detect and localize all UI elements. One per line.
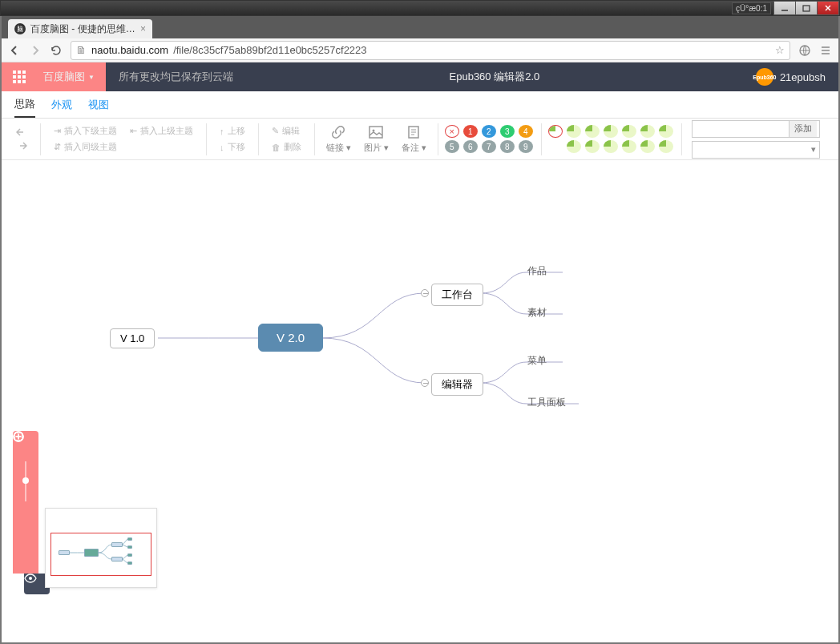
collapse-toggle[interactable] [421, 379, 429, 387]
star-icon[interactable]: ☆ [775, 44, 785, 56]
priority-7[interactable]: 7 [482, 140, 496, 153]
priority-6[interactable]: 6 [463, 140, 478, 153]
resource-select[interactable]: ▾ [692, 141, 820, 159]
globe-icon[interactable] [798, 44, 811, 57]
save-status: 所有更改均已保存到云端 [106, 70, 246, 84]
progress-12[interactable] [659, 140, 673, 153]
insert-parent-button[interactable]: ⇤ 插入上级主题 [127, 124, 196, 138]
favicon-icon: 脑 [14, 23, 26, 34]
minimap[interactable] [45, 508, 157, 588]
minimize-button[interactable] [773, 1, 796, 15]
redo-button[interactable] [13, 140, 30, 151]
note-button[interactable]: 备注 ▾ [397, 124, 431, 154]
app-header: 百度脑图 ▼ 所有更改均已保存到云端 Epub360 编辑器2.0 Epub36… [2, 62, 838, 91]
brand-menu[interactable]: 百度脑图 ▼ [37, 62, 106, 91]
link-button[interactable]: 链接 ▾ [321, 124, 356, 154]
progress-8[interactable] [585, 140, 600, 153]
document-title[interactable]: Epub360 编辑器2.0 [246, 70, 743, 84]
page-icon: 🗎 [76, 44, 87, 56]
undo-button[interactable] [13, 127, 30, 138]
user-avatar-icon: Epub360 [756, 68, 773, 86]
edit-button[interactable]: ✎ 编辑 [269, 124, 305, 138]
tab-idea[interactable]: 思路 [14, 91, 35, 118]
back-button[interactable] [8, 44, 21, 57]
window-titlebar: çŪ°æ0:1 [0, 0, 840, 16]
priority-2[interactable]: 2 [482, 125, 496, 138]
leaf-toolpanel[interactable]: 工具面板 [527, 396, 566, 409]
progress-6[interactable] [659, 125, 673, 138]
move-down-button[interactable]: ↓ 下移 [216, 140, 248, 154]
node-root[interactable]: V 2.0 [258, 324, 323, 352]
close-button[interactable] [817, 1, 839, 15]
progress-11[interactable] [640, 140, 655, 153]
node-workspace[interactable]: 工作台 [431, 284, 483, 306]
mindmap-canvas[interactable]: V 1.0 V 2.0 工作台 编辑器 作品 素材 菜单 工具面板 [2, 160, 838, 609]
leaf-assets[interactable]: 素材 [527, 306, 547, 320]
image-button[interactable]: 图片 ▾ [359, 124, 394, 154]
node-editor[interactable]: 编辑器 [431, 373, 483, 396]
node-v1[interactable]: V 1.0 [110, 328, 155, 348]
progress-3[interactable] [604, 125, 618, 138]
priority-5[interactable]: 5 [445, 140, 459, 153]
svg-point-20 [18, 436, 20, 438]
priority-1[interactable]: 1 [463, 125, 478, 138]
priority-9[interactable]: 9 [519, 140, 533, 153]
progress-4[interactable] [622, 125, 636, 138]
delete-button[interactable]: 🗑 删除 [269, 140, 305, 154]
forward-button[interactable] [29, 44, 42, 57]
priority-8[interactable]: 8 [500, 140, 515, 153]
address-bar[interactable]: 🗎 naotu.baidu.com/file/8c35cf75ab89bf2d1… [71, 41, 790, 60]
brand-label: 百度脑图 [43, 70, 85, 84]
resource-input[interactable] [693, 121, 789, 137]
svg-rect-8 [370, 127, 382, 138]
svg-point-9 [373, 130, 375, 132]
progress-5[interactable] [640, 125, 655, 138]
browser-tab-strip: 脑 百度脑图 - 便捷的思维工... × [2, 16, 838, 38]
progress-clear[interactable] [548, 125, 563, 138]
maximize-button[interactable] [795, 1, 818, 15]
menu-icon[interactable] [819, 44, 832, 57]
tab-appearance[interactable]: 外观 [51, 91, 72, 118]
browser-toolbar: 🗎 naotu.baidu.com/file/8c35cf75ab89bf2d1… [2, 38, 838, 62]
browser-tab[interactable]: 脑 百度脑图 - 便捷的思维工... × [8, 19, 152, 38]
priority-palette: × 1 2 3 4 5 6 7 8 9 [445, 125, 535, 153]
zoom-panel [13, 431, 38, 574]
add-button[interactable]: 添加 [789, 121, 817, 137]
svg-point-21 [29, 577, 32, 580]
close-tab-icon[interactable]: × [140, 23, 146, 34]
chevron-down-icon: ▼ [88, 74, 95, 81]
move-up-button[interactable]: ↑ 上移 [216, 124, 248, 138]
progress-1[interactable] [567, 125, 581, 138]
zoom-out-button[interactable] [18, 509, 34, 525]
ribbon-tabs: 思路 外观 视图 [2, 91, 838, 119]
tab-title: 百度脑图 - 便捷的思维工... [30, 22, 135, 36]
toolbar: ⇥ 插入下级主题 ⇤ 插入上级主题 ⇵ 插入同级主题 ↑ 上移 ↓ 下移 ✎ 编… [2, 119, 838, 160]
svg-rect-1 [803, 6, 810, 11]
url-path: /file/8c35cf75ab89bf2d11e0bc5257cf2223 [173, 44, 366, 56]
progress-2[interactable] [585, 125, 600, 138]
username: 21epubsh [780, 71, 826, 83]
progress-palette [548, 125, 675, 153]
insert-child-button[interactable]: ⇥ 插入下级主题 [50, 124, 120, 138]
apps-grid-button[interactable] [2, 62, 37, 91]
leaf-works[interactable]: 作品 [527, 264, 547, 278]
leaf-menu[interactable]: 菜单 [527, 354, 547, 368]
tab-view[interactable]: 视图 [88, 91, 109, 118]
priority-3[interactable]: 3 [500, 125, 515, 138]
resource-add: 添加 [692, 120, 820, 138]
ime-indicator[interactable]: çŪ°æ0:1 [732, 2, 771, 14]
locate-button[interactable] [18, 551, 34, 567]
reload-button[interactable] [50, 44, 63, 57]
progress-7[interactable] [567, 140, 581, 153]
pan-button[interactable] [18, 530, 34, 546]
progress-9[interactable] [604, 140, 618, 153]
insert-sibling-button[interactable]: ⇵ 插入同级主题 [50, 140, 196, 154]
priority-4[interactable]: 4 [519, 125, 533, 138]
url-host: naotu.baidu.com [91, 44, 168, 56]
user-menu[interactable]: Epub360 21epubsh [743, 68, 838, 86]
collapse-toggle[interactable] [421, 289, 429, 297]
priority-clear[interactable]: × [445, 125, 459, 138]
zoom-slider[interactable] [25, 461, 26, 501]
progress-10[interactable] [622, 140, 636, 153]
